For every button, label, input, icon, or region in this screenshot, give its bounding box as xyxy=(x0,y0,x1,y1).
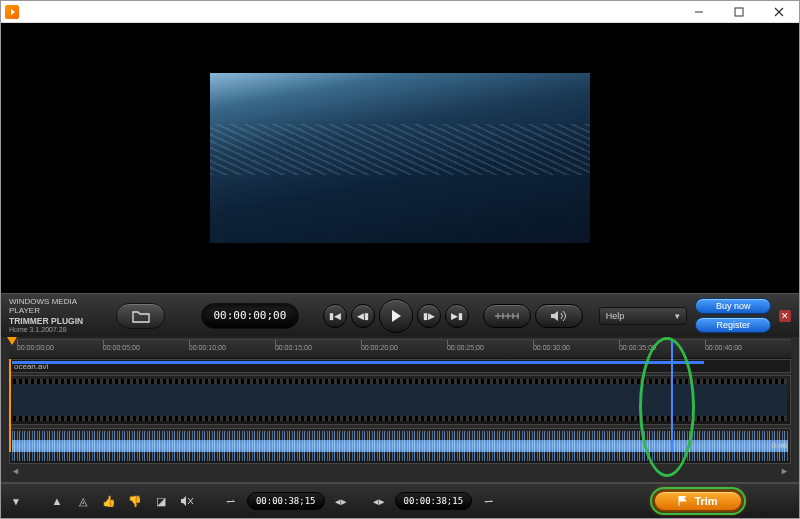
timeline-panel: 00:00:00;00 00:00:05;00 00:00:10;00 00:0… xyxy=(1,337,799,482)
marker-remove-button[interactable]: ◬ xyxy=(73,491,93,511)
nudge-out-button[interactable]: ◂▸ xyxy=(369,491,389,511)
duration-label: 0:46 xyxy=(771,441,787,450)
timecode-display: 00:00:00;00 xyxy=(201,303,299,329)
trim-button[interactable]: Trim xyxy=(653,490,743,512)
folder-icon xyxy=(132,309,150,323)
play-button[interactable] xyxy=(379,299,413,333)
mute-button[interactable] xyxy=(177,491,197,511)
ruler-tick: 00:00:15;00 xyxy=(275,344,312,351)
help-label: Help xyxy=(606,311,625,321)
step-forward-button[interactable]: ▮▶ xyxy=(417,304,441,328)
buy-now-button[interactable]: Buy now xyxy=(695,298,771,314)
zoom-slider-button[interactable] xyxy=(483,304,531,328)
app-window: WINDOWS MEDIA PLAYER TRIMMER PLUGIN Home… xyxy=(0,0,800,519)
video-thumbnail xyxy=(210,73,590,243)
video-preview-area xyxy=(1,23,799,293)
goto-end-button[interactable]: ▶▮ xyxy=(445,304,469,328)
scroll-right-icon[interactable]: ► xyxy=(780,466,789,476)
ruler-tick: 00:00:30;00 xyxy=(533,344,570,351)
close-plugin-button[interactable]: ✕ xyxy=(779,310,791,322)
svg-rect-1 xyxy=(735,8,743,16)
maximize-button[interactable] xyxy=(719,1,759,23)
brand-line1: WINDOWS MEDIA PLAYER xyxy=(9,297,108,316)
video-track[interactable] xyxy=(9,375,791,425)
brand-line2: TRIMMER PLUGIN xyxy=(9,316,108,326)
audio-track[interactable] xyxy=(9,428,791,464)
nudge-in-button[interactable]: ◂▸ xyxy=(331,491,351,511)
brand-version: Home 3.1.2007.28 xyxy=(9,326,108,334)
plugin-brand: WINDOWS MEDIA PLAYER TRIMMER PLUGIN Home… xyxy=(9,297,108,335)
flag-icon xyxy=(678,496,688,506)
ruler-tick: 00:00:20;00 xyxy=(361,344,398,351)
scroll-left-icon[interactable]: ◄ xyxy=(11,466,20,476)
ruler-tick: 00:00:35;00 xyxy=(619,344,656,351)
open-file-button[interactable] xyxy=(116,303,166,329)
crop-button[interactable]: ◪ xyxy=(151,491,171,511)
horizontal-scrollbar[interactable]: ◄► xyxy=(9,466,791,476)
speaker-icon xyxy=(549,310,569,322)
set-in-button[interactable]: ⥋ xyxy=(221,491,241,511)
thumbs-down-button[interactable]: 👎 xyxy=(125,491,145,511)
app-icon xyxy=(5,5,19,19)
selection-range-bar[interactable] xyxy=(12,361,704,364)
goto-start-button[interactable]: ▮◀ xyxy=(323,304,347,328)
step-back-button[interactable]: ◀▮ xyxy=(351,304,375,328)
ruler-tick: 00:00:25;00 xyxy=(447,344,484,351)
volume-button[interactable] xyxy=(535,304,583,328)
collapse-toggle[interactable]: ▼ xyxy=(11,496,21,507)
timeline-start-marker[interactable] xyxy=(9,359,11,452)
close-button[interactable] xyxy=(759,1,799,23)
timeline-ruler[interactable]: 00:00:00;00 00:00:05;00 00:00:10;00 00:0… xyxy=(9,339,791,359)
slider-icon xyxy=(493,311,521,321)
chevron-down-icon: ▾ xyxy=(675,311,680,321)
footer-toolbar: ▼ ▲ ◬ 👍 👎 ◪ ⥋ 00:00:38;15 ◂▸ ◂▸ 00:00:38… xyxy=(1,482,799,518)
ruler-tick: 00:00:40;00 xyxy=(705,344,742,351)
set-out-button[interactable]: ⥋ xyxy=(478,491,498,511)
in-timecode: 00:00:38;15 xyxy=(247,492,325,510)
ruler-tick: 00:00:00;00 xyxy=(17,344,54,351)
help-dropdown[interactable]: Help ▾ xyxy=(599,307,687,325)
in-marker-icon[interactable] xyxy=(7,337,17,345)
playhead[interactable] xyxy=(671,339,673,452)
speaker-mute-icon xyxy=(180,495,194,507)
minimize-button[interactable] xyxy=(679,1,719,23)
ruler-tick: 00:00:05;00 xyxy=(103,344,140,351)
out-timecode: 00:00:38;15 xyxy=(395,492,473,510)
main-toolbar: WINDOWS MEDIA PLAYER TRIMMER PLUGIN Home… xyxy=(1,293,799,337)
titlebar xyxy=(1,1,799,23)
transport-controls: ▮◀ ◀▮ ▮▶ ▶▮ xyxy=(323,299,583,333)
thumbs-up-button[interactable]: 👍 xyxy=(99,491,119,511)
marker-add-button[interactable]: ▲ xyxy=(47,491,67,511)
ruler-tick: 00:00:10;00 xyxy=(189,344,226,351)
trim-label: Trim xyxy=(694,495,717,507)
register-button[interactable]: Register xyxy=(695,317,771,333)
